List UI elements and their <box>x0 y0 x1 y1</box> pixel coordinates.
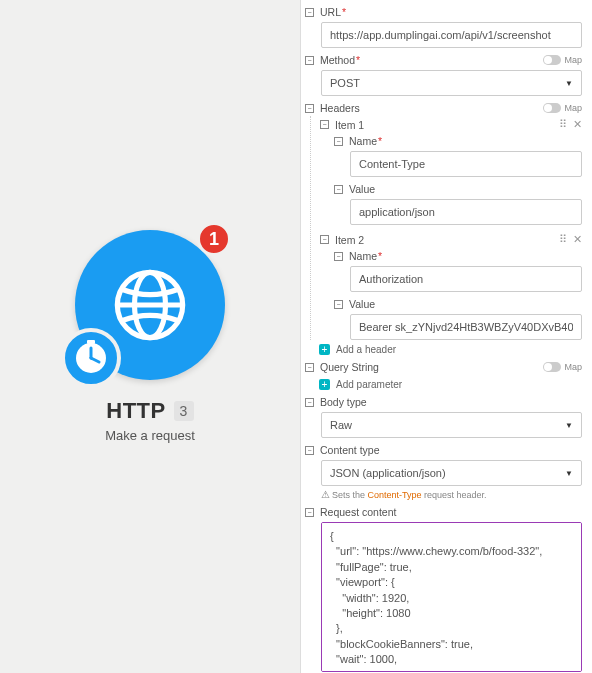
collapse-icon[interactable]: − <box>334 300 343 309</box>
header-value-input-1[interactable] <box>350 199 582 225</box>
content-type-hint: ⚠Sets the Content-Type request header. <box>321 489 582 500</box>
body-type-select[interactable]: Raw▼ <box>321 412 582 438</box>
label-request-content: Request content <box>320 506 582 518</box>
header-item-1: − Item 1 ⠿✕ <box>320 116 582 133</box>
clock-badge <box>61 328 121 388</box>
header-name-input-2[interactable] <box>350 266 582 292</box>
url-input[interactable] <box>321 22 582 48</box>
collapse-icon[interactable]: − <box>320 235 329 244</box>
module-node[interactable]: 1 HTTP 3 Make a request <box>75 230 225 443</box>
field-body-type: − Body type Raw▼ <box>305 394 582 438</box>
method-select[interactable]: POST▼ <box>321 70 582 96</box>
collapse-icon[interactable]: − <box>334 252 343 261</box>
header-item-2: − Item 2 ⠿✕ <box>320 231 582 248</box>
field-content-type: − Content type JSON (application/json)▼ … <box>305 442 582 500</box>
close-icon[interactable]: ✕ <box>573 118 582 131</box>
label-body-type: Body type <box>320 396 582 408</box>
clock-icon <box>71 338 111 378</box>
label-method: Method* <box>320 54 537 66</box>
chevron-down-icon: ▼ <box>565 469 573 478</box>
collapse-icon[interactable]: − <box>320 120 329 129</box>
field-request-content: − Request content <box>305 504 582 673</box>
add-header-button[interactable]: + Add a header <box>319 344 582 355</box>
collapse-icon[interactable]: − <box>305 363 314 372</box>
field-method: − Method* Map POST▼ <box>305 52 582 96</box>
collapse-icon[interactable]: − <box>305 446 314 455</box>
header-name-input-1[interactable] <box>350 151 582 177</box>
collapse-icon[interactable]: − <box>334 137 343 146</box>
add-parameter-button[interactable]: + Add parameter <box>319 379 582 390</box>
label-header-value: Value <box>349 183 582 195</box>
module-run-count: 3 <box>174 401 194 421</box>
plus-icon: + <box>319 344 330 355</box>
collapse-icon[interactable]: − <box>305 56 314 65</box>
canvas-area: 1 HTTP 3 Make a request <box>0 0 300 673</box>
config-panel: − URL* − Method* Map POST▼ − Headers Map… <box>300 0 592 673</box>
field-headers: − Headers Map − Item 1 ⠿✕ − Name* − Valu… <box>305 100 582 355</box>
map-toggle-method[interactable]: Map <box>543 55 582 65</box>
globe-icon <box>107 262 193 348</box>
svg-rect-6 <box>87 340 95 344</box>
request-content-textarea[interactable] <box>321 522 582 672</box>
content-type-select[interactable]: JSON (application/json)▼ <box>321 460 582 486</box>
label-headers: Headers <box>320 102 537 114</box>
map-toggle-headers[interactable]: Map <box>543 103 582 113</box>
field-url: − URL* <box>305 4 582 48</box>
collapse-icon[interactable]: − <box>334 185 343 194</box>
error-badge[interactable]: 1 <box>197 222 231 256</box>
header-value-input-2[interactable] <box>350 314 582 340</box>
collapse-icon[interactable]: − <box>305 508 314 517</box>
chevron-down-icon: ▼ <box>565 421 573 430</box>
label-url: URL* <box>320 6 582 18</box>
label-header-value: Value <box>349 298 582 310</box>
drag-icon[interactable]: ⠿ <box>559 233 567 246</box>
field-query-string: − Query String Map + Add parameter <box>305 359 582 390</box>
map-toggle-query[interactable]: Map <box>543 362 582 372</box>
close-icon[interactable]: ✕ <box>573 233 582 246</box>
label-header-name: Name* <box>349 250 582 262</box>
drag-icon[interactable]: ⠿ <box>559 118 567 131</box>
label-content-type: Content type <box>320 444 582 456</box>
module-subtitle: Make a request <box>105 428 195 443</box>
collapse-icon[interactable]: − <box>305 398 314 407</box>
headers-list: − Item 1 ⠿✕ − Name* − Value − Item 2 <box>310 116 582 340</box>
label-header-name: Name* <box>349 135 582 147</box>
label-query-string: Query String <box>320 361 537 373</box>
plus-icon: + <box>319 379 330 390</box>
collapse-icon[interactable]: − <box>305 8 314 17</box>
module-title: HTTP <box>106 398 165 424</box>
collapse-icon[interactable]: − <box>305 104 314 113</box>
module-circle: 1 <box>75 230 225 380</box>
module-title-row: HTTP 3 <box>106 398 193 424</box>
chevron-down-icon: ▼ <box>565 79 573 88</box>
